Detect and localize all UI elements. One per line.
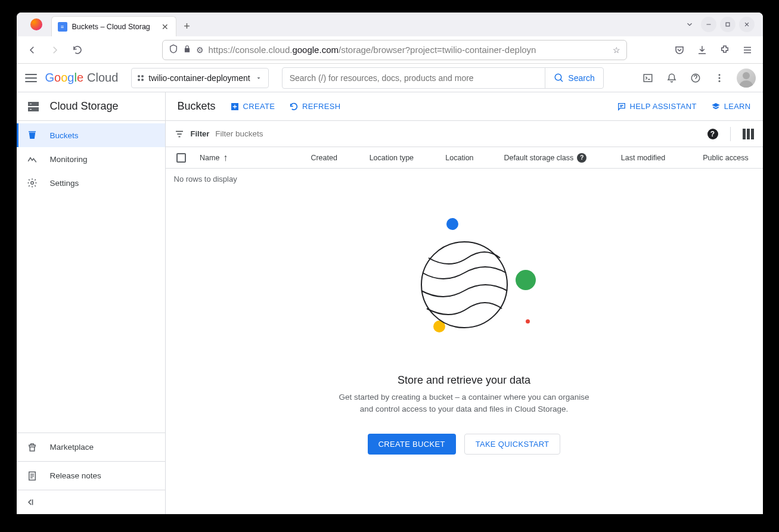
column-created[interactable]: Created [306,154,364,162]
column-location-type[interactable]: Location type [365,154,441,162]
filter-input[interactable] [215,129,701,138]
maximize-window-icon[interactable] [719,15,737,33]
extensions-icon[interactable] [715,41,734,60]
column-location[interactable]: Location [440,154,499,162]
empty-state-description: Get started by creating a bucket – a con… [333,391,595,416]
select-all-checkbox[interactable] [176,153,186,163]
plus-icon [230,102,240,111]
back-button[interactable] [23,41,42,60]
tabs-dropdown-icon[interactable] [681,15,699,33]
collapse-sidebar-button[interactable] [17,490,165,514]
page-header: Buckets CREATE REFRESH HELP ASSISTANT [166,92,763,121]
more-icon[interactable] [713,71,726,85]
notifications-icon[interactable] [665,71,678,85]
table-header: Name↑ Created Location type Location Def… [166,147,763,169]
refresh-button[interactable]: REFRESH [289,102,340,111]
forward-button[interactable] [45,41,64,60]
empty-state: Store and retrieve your data Get started… [166,189,763,466]
svg-rect-0 [726,23,730,26]
chevron-left-icon [26,498,35,506]
sidebar-item-settings[interactable]: Settings [17,171,165,195]
minimize-window-icon[interactable] [700,15,718,33]
sidebar-item-label: Buckets [50,131,79,140]
close-window-icon[interactable] [738,15,756,33]
page-title: Buckets [178,100,216,113]
project-picker[interactable]: twilio-container-deployment [131,68,268,88]
gcp-logo[interactable]: Google Cloud [45,71,119,85]
search-box: Search [282,67,604,89]
sidebar-item-buckets[interactable]: Buckets [17,123,165,147]
gear-icon [26,177,38,189]
new-tab-button[interactable]: + [179,18,195,35]
create-bucket-button[interactable]: CREATE BUCKET [368,434,456,455]
empty-state-title: Store and retrieve your data [398,374,530,387]
gcp-header: Google Cloud twilio-container-deployment… [17,64,763,92]
learn-button[interactable]: LEARN [711,102,751,111]
monitoring-icon [26,153,38,165]
project-name: twilio-container-deployment [148,73,250,83]
reload-button[interactable] [68,41,87,60]
bucket-icon [26,129,38,141]
help-tooltip-icon[interactable]: ? [577,153,586,163]
learn-icon [711,102,721,111]
downloads-icon[interactable] [693,41,712,60]
tab-favicon-icon: ≡ [58,22,67,32]
take-quickstart-button[interactable]: TAKE QUICKSTART [464,434,561,455]
divider [730,127,731,141]
column-public-access[interactable]: Public access [698,154,756,162]
help-icon[interactable] [689,71,702,85]
shield-icon [169,44,178,55]
chevron-down-icon [255,74,262,82]
sidebar-title: Cloud Storage [50,100,119,113]
sidebar-item-release-notes[interactable]: Release notes [17,462,165,490]
sidebar-item-marketplace[interactable]: Marketplace [17,433,165,462]
filter-bar: Filter ? [166,121,763,147]
tab-close-icon[interactable]: ✕ [160,22,170,32]
sidebar-item-label: Release notes [50,471,101,480]
svg-rect-11 [30,109,32,110]
browser-tab[interactable]: ≡ Buckets – Cloud Storag ✕ [51,16,176,36]
url-text: https://console.cloud.google.com/storage… [209,45,536,55]
browser-toolbar: ⚙ https://console.cloud.google.com/stora… [17,36,763,64]
search-input[interactable] [283,73,545,83]
nav-menu-button[interactable] [24,71,38,85]
filter-label: Filter [191,129,210,138]
help-assistant-button[interactable]: HELP ASSISTANT [617,102,697,111]
svg-rect-8 [28,102,39,106]
cloud-shell-icon[interactable] [641,71,654,85]
main-content: Buckets CREATE REFRESH HELP ASSISTANT [166,92,763,514]
filter-icon [174,129,185,139]
lock-icon [183,45,191,55]
sidebar-header[interactable]: Cloud Storage [17,92,165,121]
svg-point-4 [718,74,720,76]
sidebar-item-label: Settings [50,179,79,188]
column-display-icon[interactable] [743,129,755,139]
empty-illustration [381,213,548,356]
pocket-icon[interactable] [670,41,689,60]
url-field[interactable]: ⚙ https://console.cloud.google.com/stora… [162,40,627,60]
svg-point-1 [555,74,562,80]
cloud-storage-icon [26,99,41,114]
svg-point-5 [718,77,720,79]
sidebar-item-label: Monitoring [50,155,88,164]
browser-tab-bar: ≡ Buckets – Cloud Storag ✕ + [17,13,763,36]
column-name[interactable]: Name↑ [195,153,306,163]
column-storage-class[interactable]: Default storage class? [499,153,616,163]
sidebar-item-monitoring[interactable]: Monitoring [17,147,165,171]
menu-icon[interactable] [738,41,757,60]
svg-rect-9 [28,107,39,111]
svg-point-7 [743,72,750,79]
column-last-modified[interactable]: Last modified [616,154,698,162]
marketplace-icon [26,441,38,453]
sort-arrow-icon: ↑ [223,153,228,163]
bookmark-icon[interactable]: ☆ [613,45,620,55]
permissions-icon[interactable]: ⚙ [196,45,204,55]
empty-table-message: No rows to display [166,169,763,189]
chat-icon [617,102,626,111]
avatar[interactable] [737,69,756,88]
filter-help-icon[interactable]: ? [707,129,718,139]
refresh-icon [289,102,299,111]
create-button[interactable]: CREATE [230,102,275,111]
search-button[interactable]: Search [545,68,603,88]
svg-point-12 [30,182,33,185]
